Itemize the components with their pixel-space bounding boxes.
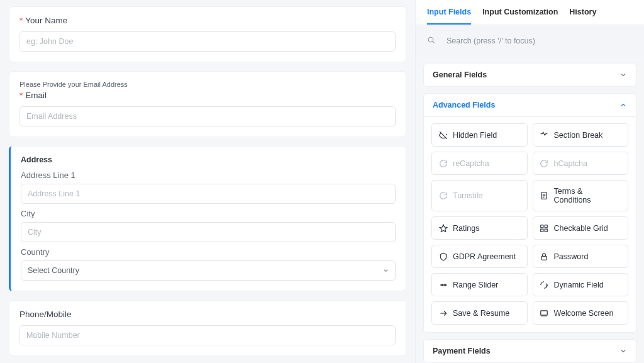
chip-section-break[interactable]: Section Break: [533, 123, 629, 147]
group-advanced-header[interactable]: Advanced Fields: [424, 94, 636, 116]
email-input[interactable]: [19, 106, 396, 126]
address-section-title: Address: [21, 155, 396, 164]
chevron-down-icon: [619, 71, 627, 79]
chip-recaptcha: reCaptcha: [431, 152, 528, 175]
tab-input-customization[interactable]: Input Customization: [482, 0, 558, 25]
svg-rect-12: [541, 256, 547, 260]
welcome-icon: [540, 308, 549, 318]
chip-range-slider[interactable]: Range Slider: [431, 273, 528, 296]
addr1-label: Address Line 1: [21, 170, 396, 180]
section-break-icon: [540, 130, 549, 140]
name-label: * Your Name: [19, 16, 396, 25]
phone-input[interactable]: [19, 325, 396, 345]
svg-marker-7: [440, 225, 447, 232]
name-input[interactable]: [19, 31, 396, 52]
star-icon: [438, 223, 448, 233]
field-block-name[interactable]: * Your Name: [9, 6, 406, 62]
fields-palette: General Fields Advanced Fields Hidden Fi: [416, 57, 644, 363]
hcaptcha-icon: [540, 159, 549, 168]
svg-rect-8: [541, 225, 543, 227]
svg-point-14: [441, 284, 443, 286]
tab-input-fields[interactable]: Input Fields: [427, 0, 471, 25]
group-general-header[interactable]: General Fields: [424, 64, 636, 86]
chip-ratings[interactable]: Ratings: [431, 216, 528, 240]
city-input[interactable]: [21, 222, 396, 242]
field-block-email[interactable]: Please Provide your Email Address * Emai…: [9, 71, 406, 137]
search-input[interactable]: [440, 31, 633, 50]
chip-password[interactable]: Password: [533, 245, 629, 268]
svg-rect-10: [541, 229, 543, 232]
slider-icon: [438, 280, 448, 289]
country-select[interactable]: Select Country: [21, 260, 396, 281]
tab-history[interactable]: History: [569, 0, 596, 25]
chip-turnstile: Turnstile: [431, 180, 528, 211]
city-label: City: [21, 209, 396, 218]
group-general-fields: General Fields: [423, 63, 636, 87]
recaptcha-icon: [438, 159, 448, 168]
field-block-address[interactable]: Address Address Line 1 City Country Sele…: [9, 146, 406, 291]
chip-gdpr-agreement[interactable]: GDPR Agreement: [431, 245, 528, 268]
sidebar-panel: Input Fields Input Customization History…: [415, 0, 644, 363]
sidebar-tabs: Input Fields Input Customization History: [416, 0, 644, 25]
chip-checkable-grid[interactable]: Checkable Grid: [533, 216, 629, 240]
chip-terms-conditions[interactable]: Terms & Conditions: [533, 180, 629, 211]
svg-point-15: [444, 284, 446, 286]
group-payment-fields: Payment Fields: [423, 339, 636, 363]
group-advanced-fields: Advanced Fields Hidden Field Section B: [423, 93, 636, 333]
shield-icon: [438, 252, 448, 261]
addr1-input[interactable]: [21, 184, 396, 204]
chip-hcaptcha: hCaptcha: [533, 152, 629, 175]
arrow-right-icon: [438, 308, 448, 318]
group-payment-header[interactable]: Payment Fields: [424, 340, 636, 362]
phone-label: Phone/Mobile: [19, 310, 72, 319]
svg-rect-9: [545, 225, 547, 227]
form-preview-pane: * Your Name Please Provide your Email Ad…: [0, 0, 415, 363]
chip-hidden-field[interactable]: Hidden Field: [431, 123, 528, 147]
svg-line-1: [433, 42, 434, 43]
search-bar: [416, 25, 644, 57]
search-icon: [427, 36, 435, 46]
chip-save-resume[interactable]: Save & Resume: [431, 301, 528, 325]
lock-icon: [540, 252, 549, 261]
svg-rect-11: [545, 229, 547, 232]
dynamic-icon: [540, 280, 549, 289]
field-block-phone[interactable]: Phone/Mobile: [9, 300, 406, 356]
grid-icon: [540, 223, 549, 233]
advanced-fields-grid: Hidden Field Section Break reCaptcha: [424, 116, 636, 332]
email-label: * Email: [19, 91, 396, 100]
chevron-down-icon: [619, 347, 627, 355]
eye-off-icon: [438, 130, 448, 140]
email-helper: Please Provide your Email Address: [19, 81, 396, 88]
document-icon: [540, 191, 549, 201]
country-label: Country: [21, 247, 396, 257]
chip-welcome-screen[interactable]: Welcome Screen: [533, 301, 629, 325]
chevron-up-icon: [619, 101, 627, 109]
svg-rect-17: [541, 310, 548, 315]
chip-dynamic-field[interactable]: Dynamic Field: [533, 273, 629, 296]
turnstile-icon: [438, 191, 448, 201]
svg-point-0: [428, 37, 433, 42]
